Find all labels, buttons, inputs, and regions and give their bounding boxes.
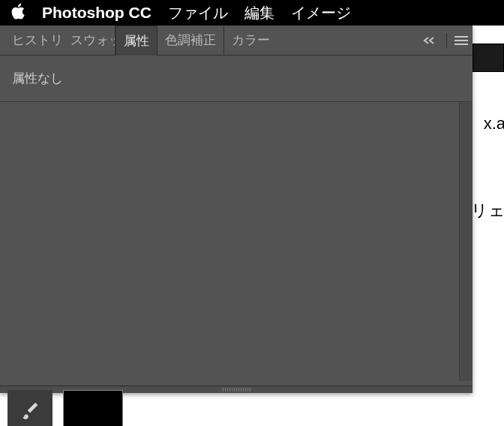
background-text-fragment-2: リェ bbox=[471, 200, 504, 222]
brush-icon bbox=[20, 400, 40, 420]
app-name[interactable]: Photoshop CC bbox=[42, 4, 152, 22]
background-right-strip: x.a リェ bbox=[472, 26, 504, 426]
panel-subheader: 属性なし bbox=[0, 56, 472, 102]
brush-tool-button[interactable] bbox=[8, 390, 52, 426]
menu-edit[interactable]: 編集 bbox=[244, 3, 274, 23]
properties-panel: ヒストリ スウォッチ 属性 色調補正 カラー bbox=[0, 26, 472, 393]
svg-rect-1 bbox=[454, 40, 468, 41]
background-text-fragment-1: x.a bbox=[484, 114, 504, 134]
apple-menu-icon[interactable] bbox=[10, 3, 26, 22]
tab-history[interactable]: ヒストリ bbox=[4, 26, 63, 56]
svg-rect-2 bbox=[454, 44, 468, 45]
macos-menubar: Photoshop CC ファイル 編集 イメージ bbox=[0, 0, 504, 26]
panel-body bbox=[0, 102, 472, 386]
panel-grip-icon bbox=[210, 388, 262, 392]
tool-swatch[interactable] bbox=[472, 44, 504, 72]
workspace-area: x.a リェ ヒストリ スウォッチ 属性 色調補正 カラー bbox=[0, 26, 504, 426]
svg-rect-0 bbox=[454, 36, 468, 38]
tab-adjustments[interactable]: 色調補正 bbox=[158, 26, 224, 56]
tab-properties[interactable]: 属性 bbox=[116, 26, 158, 56]
panel-menu-icon[interactable] bbox=[454, 35, 468, 46]
tab-color[interactable]: カラー bbox=[224, 26, 278, 56]
panel-tabs: ヒストリ スウォッチ 属性 色調補正 カラー bbox=[0, 26, 472, 56]
panel-scrollbar[interactable] bbox=[459, 102, 472, 381]
properties-status-text: 属性なし bbox=[12, 70, 63, 87]
menu-image[interactable]: イメージ bbox=[291, 3, 351, 23]
menu-file[interactable]: ファイル bbox=[168, 3, 228, 23]
bottom-tool-strip bbox=[8, 390, 123, 426]
collapse-panel-icon[interactable] bbox=[422, 36, 439, 45]
document-thumbnail[interactable] bbox=[63, 390, 123, 426]
tab-swatches[interactable]: スウォッチ bbox=[63, 26, 116, 56]
panel-divider bbox=[446, 33, 447, 48]
